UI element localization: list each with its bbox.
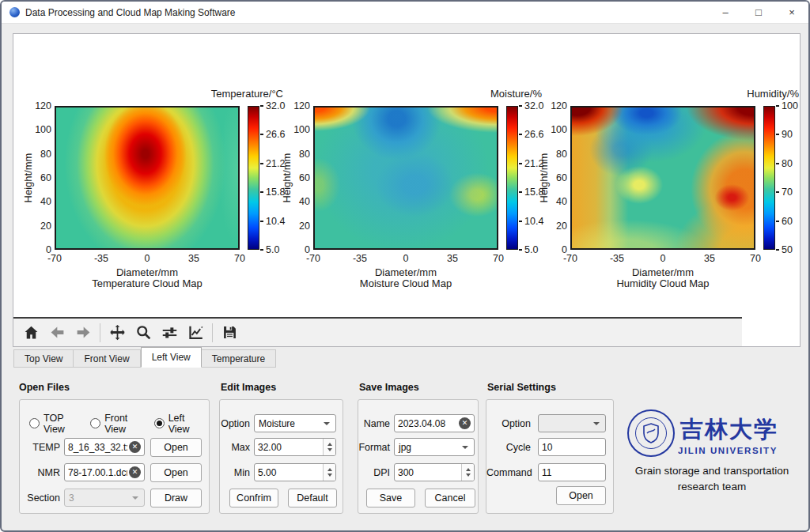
view-radio-group: TOP View Front View Left View	[29, 414, 203, 432]
seal-inner-ring	[635, 417, 667, 449]
x-tick: 0	[645, 253, 680, 264]
command-label: Command	[486, 467, 531, 478]
pan-icon[interactable]	[108, 323, 127, 342]
radio-front-view-label: Front View	[104, 413, 146, 435]
close-button[interactable]: ×	[775, 2, 808, 24]
save-icon[interactable]	[220, 323, 239, 342]
edit-images-title: Edit Images	[221, 382, 276, 393]
temp-file-row: TEMP ✕ Open	[20, 438, 210, 456]
figure-panel: Temperature/°C Height/mm 120 100 80 60 4…	[13, 33, 801, 347]
clear-icon[interactable]: ✕	[459, 417, 471, 429]
app-icon	[9, 7, 20, 17]
humidity-plot: Humidity/% Height/mm 120 100 80 60 40 20…	[529, 88, 802, 301]
temperature-colorbar	[248, 106, 259, 250]
zoom-icon[interactable]	[134, 323, 153, 342]
option-label: Option	[220, 418, 250, 429]
tab-top-view[interactable]: Top View	[13, 349, 74, 368]
y-tick: 100	[21, 124, 51, 135]
format-value: jpg	[399, 442, 411, 453]
option-dropdown[interactable]: Moisture	[254, 414, 336, 432]
name-input[interactable]	[395, 415, 459, 432]
back-icon[interactable]	[47, 323, 66, 342]
option-value: Moisture	[259, 418, 295, 429]
x-tick: -70	[296, 253, 331, 264]
y-tick: 40	[280, 196, 310, 207]
dpi-label: DPI	[358, 467, 390, 478]
radio-top-view[interactable]	[29, 418, 40, 428]
y-tick: 60	[21, 172, 51, 183]
colorbar-tick: 70	[782, 187, 810, 198]
serial-settings-title: Serial Settings	[487, 382, 556, 393]
format-dropdown[interactable]: jpg	[394, 438, 475, 456]
toolbar-separator	[100, 323, 100, 342]
temp-open-button[interactable]: Open	[150, 438, 202, 457]
clear-icon[interactable]: ✕	[129, 441, 141, 453]
clear-icon[interactable]: ✕	[129, 466, 141, 478]
tab-left-view[interactable]: Left View	[141, 347, 202, 368]
serial-option-label: Option	[486, 418, 531, 429]
name-row: Name ✕	[358, 414, 479, 432]
moisture-colorbar	[506, 106, 518, 250]
edit-images-panel: Option Moisture Max Min Confrim Default	[219, 399, 343, 514]
save-button[interactable]: Save	[366, 489, 415, 507]
moisture-heatmap[interactable]	[313, 106, 498, 250]
tab-temperature[interactable]: Temperature	[202, 349, 276, 368]
max-stepper[interactable]	[323, 439, 335, 455]
min-input[interactable]	[255, 464, 323, 481]
serial-settings-panel: Option Cycle Command Open	[486, 399, 614, 514]
max-input[interactable]	[255, 439, 323, 455]
temp-file-input[interactable]	[65, 439, 129, 455]
section-value: 3	[69, 492, 74, 504]
serial-option-dropdown[interactable]	[538, 414, 606, 432]
x-axis-label: Diameter/mm	[570, 266, 755, 278]
minimize-button[interactable]: –	[709, 2, 742, 24]
x-axis-label: Diameter/mm	[313, 266, 498, 278]
nmr-file-input[interactable]	[65, 464, 129, 481]
dpi-stepper[interactable]	[461, 464, 474, 481]
home-icon[interactable]	[21, 323, 40, 342]
chevron-down-icon	[324, 422, 330, 425]
customize-plot-icon[interactable]	[186, 323, 205, 342]
y-tick: 40	[537, 196, 567, 207]
nmr-open-button[interactable]: Open	[150, 463, 202, 482]
maximize-button[interactable]: □	[742, 2, 775, 24]
x-tick: 0	[388, 253, 423, 264]
configure-subplots-icon[interactable]	[160, 323, 179, 342]
tab-label: Left View	[152, 352, 191, 363]
x-axis-label: Diameter/mm	[55, 266, 240, 278]
x-tick: -70	[37, 253, 72, 264]
confirm-button[interactable]: Confrim	[229, 489, 278, 507]
tab-front-view[interactable]: Front View	[74, 349, 140, 368]
colorbar-tick: 90	[782, 129, 810, 140]
x-tick: 35	[692, 253, 727, 264]
draw-button[interactable]: Draw	[150, 489, 202, 507]
command-input[interactable]	[539, 464, 605, 481]
x-tick: 35	[176, 253, 211, 264]
section-dropdown[interactable]: 3	[64, 489, 145, 507]
temperature-heatmap[interactable]	[55, 106, 240, 250]
x-tick: 0	[130, 253, 165, 264]
radio-left-view[interactable]	[154, 418, 165, 428]
chevron-down-icon	[462, 446, 468, 449]
y-tick: 80	[21, 149, 51, 160]
radio-front-view[interactable]	[90, 418, 100, 428]
y-tick: 120	[21, 100, 51, 111]
format-row: Format jpg	[358, 438, 479, 456]
team-caption-line2: research team	[617, 479, 807, 495]
humidity-heatmap[interactable]	[570, 106, 755, 250]
default-button[interactable]: Default	[288, 489, 337, 507]
max-row: Max	[220, 438, 344, 456]
save-images-panel: Name ✕ Format jpg DPI Save Cancel	[358, 399, 479, 514]
min-stepper[interactable]	[323, 464, 335, 481]
dpi-input[interactable]	[395, 464, 461, 481]
cancel-button[interactable]: Cancel	[425, 489, 475, 507]
cycle-input[interactable]	[539, 439, 605, 455]
temperature-plot: Temperature/°C Height/mm 120 100 80 60 4…	[13, 88, 286, 301]
tab-label: Temperature	[212, 353, 265, 364]
x-tick: 70	[738, 253, 773, 264]
forward-icon[interactable]	[74, 323, 93, 342]
serial-open-button[interactable]: Open	[556, 486, 606, 505]
colorbar-tick: 60	[782, 216, 810, 227]
dpi-row: DPI	[358, 463, 479, 481]
tab-label: Top View	[25, 353, 62, 364]
